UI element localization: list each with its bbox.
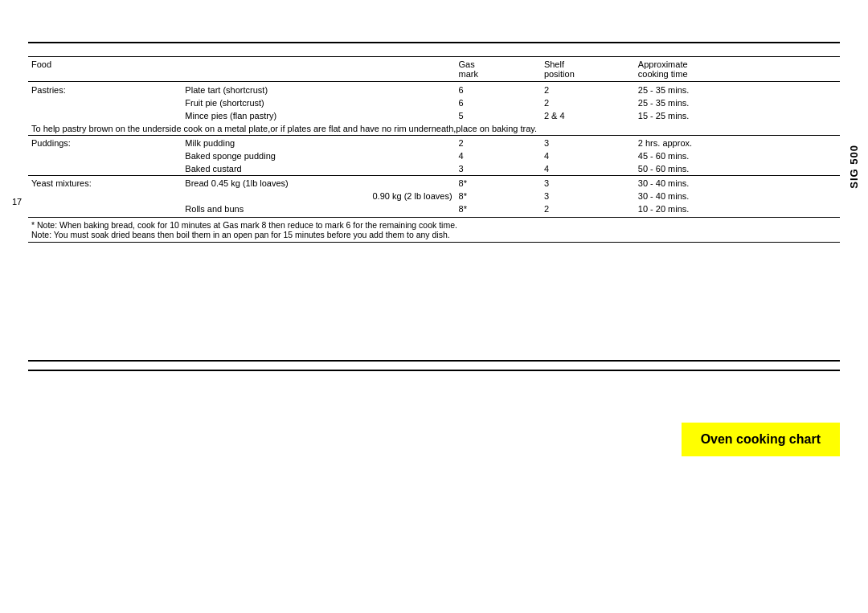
table-row: Baked sponge pudding 4 4 45 - 60 mins. (28, 149, 840, 162)
gas-mark: 5 (456, 109, 541, 122)
gas-mark: 8* (456, 190, 541, 202)
gas-mark: 2 (456, 136, 541, 150)
cook-time: 50 - 60 mins. (635, 162, 840, 176)
item-name: Plate tart (shortcrust) (182, 82, 455, 97)
cook-time: 30 - 40 mins. (635, 176, 840, 190)
table-row: Yeast mixtures: Bread 0.45 kg (1lb loave… (28, 176, 840, 190)
header-shelf: Shelf position (541, 57, 635, 82)
cook-time: 45 - 60 mins. (635, 149, 840, 162)
gas-mark: 6 (456, 82, 541, 97)
shelf-pos: 2 & 4 (541, 109, 635, 122)
page-number: 17 (12, 197, 22, 206)
bottom-rule-lower (28, 370, 840, 371)
category-label: Yeast mixtures: (28, 176, 182, 190)
header-gas: Gas mark (456, 57, 541, 82)
oven-label: Oven cooking chart (682, 423, 840, 456)
footnote-1: * Note: When baking bread, cook for 10 m… (31, 220, 837, 230)
item-name: Baked custard (182, 162, 455, 176)
cook-time: 10 - 20 mins. (635, 202, 840, 215)
gas-mark: 3 (456, 162, 541, 176)
item-name: Milk pudding (182, 136, 455, 150)
footnotes-area: * Note: When baking bread, cook for 10 m… (28, 217, 840, 243)
note-row: To help pastry brown on the underside co… (28, 122, 840, 136)
shelf-pos: 2 (541, 96, 635, 109)
cook-time: 25 - 35 mins. (635, 96, 840, 109)
cooking-table: Food Gas mark Shelf position Approximate… (28, 56, 840, 215)
shelf-pos: 3 (541, 136, 635, 150)
cook-time: 2 hrs. approx. (635, 136, 840, 150)
table-row: Rolls and buns 8* 2 10 - 20 mins. (28, 202, 840, 215)
header-time: Approximate cooking time (635, 57, 840, 82)
table-row: Puddings: Milk pudding 2 3 2 hrs. approx… (28, 136, 840, 150)
page-container: 17 SIG 500 Food Gas mark Shelf position (0, 0, 868, 613)
table-row: 0.90 kg (2 lb loaves) 8* 3 30 - 40 mins. (28, 190, 840, 202)
shelf-pos: 4 (541, 149, 635, 162)
item-name: Mince pies (flan pastry) (182, 109, 455, 122)
shelf-pos: 3 (541, 190, 635, 202)
item-name: Fruit pie (shortcrust) (182, 96, 455, 109)
item-name: 0.90 kg (2 lb loaves) (182, 190, 455, 202)
shelf-pos: 2 (541, 202, 635, 215)
table-header-row: Food Gas mark Shelf position Approximate… (28, 57, 840, 82)
gas-mark: 4 (456, 149, 541, 162)
top-rule (28, 42, 840, 43)
gas-mark: 6 (456, 96, 541, 109)
footnote-2: Note: You must soak dried beans then boi… (31, 230, 837, 239)
cook-time: 25 - 35 mins. (635, 82, 840, 97)
shelf-pos: 2 (541, 82, 635, 97)
item-name: Baked sponge pudding (182, 149, 455, 162)
table-row: Fruit pie (shortcrust) 6 2 25 - 35 mins. (28, 96, 840, 109)
item-name: Rolls and buns (182, 202, 455, 215)
category-label: Pastries: (28, 82, 182, 97)
cook-time: 15 - 25 mins. (635, 109, 840, 122)
cook-time: 30 - 40 mins. (635, 190, 840, 202)
bottom-rule-upper (28, 360, 840, 362)
gas-mark: 8* (456, 202, 541, 215)
table-row: Mince pies (flan pastry) 5 2 & 4 15 - 25… (28, 109, 840, 122)
shelf-pos: 3 (541, 176, 635, 190)
shelf-pos: 4 (541, 162, 635, 176)
side-text: SIG 500 (848, 145, 860, 189)
item-name: Bread 0.45 kg (1lb loaves) (182, 176, 455, 190)
table-row: Pastries: Plate tart (shortcrust) 6 2 25… (28, 82, 840, 97)
gas-mark: 8* (456, 176, 541, 190)
main-content: Food Gas mark Shelf position Approximate… (28, 56, 840, 243)
pastry-note: To help pastry brown on the underside co… (28, 122, 840, 136)
table-row: Baked custard 3 4 50 - 60 mins. (28, 162, 840, 176)
header-subitem (182, 57, 455, 82)
header-food: Food (28, 57, 182, 82)
category-label: Puddings: (28, 136, 182, 150)
